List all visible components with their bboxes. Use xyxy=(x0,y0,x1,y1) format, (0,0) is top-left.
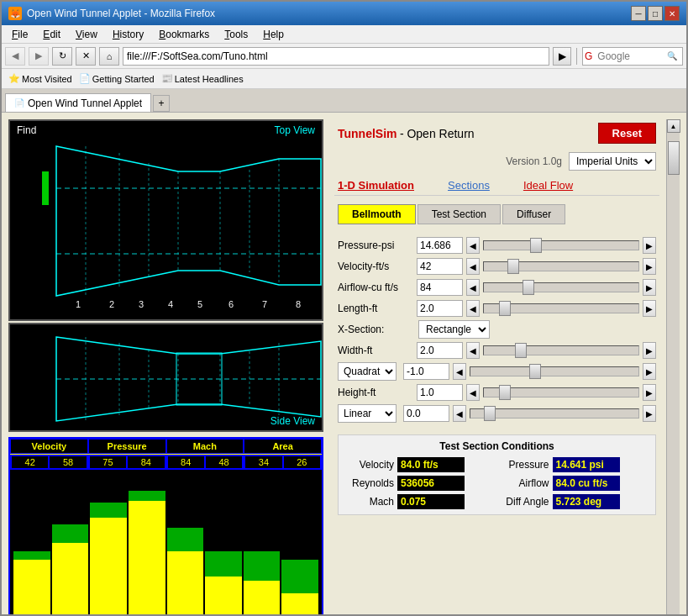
velocity-slider-left[interactable]: ◀ xyxy=(466,258,480,275)
forward-button[interactable]: ▶ xyxy=(29,47,49,66)
param-row-velocity: Velocity-ft/s 42 ◀ ▶ xyxy=(338,257,656,276)
home-button[interactable]: ⌂ xyxy=(99,47,119,66)
velocity-slider-right[interactable]: ▶ xyxy=(643,258,656,275)
most-visited-bookmark[interactable]: ⭐ Most Visited xyxy=(8,73,72,84)
section-tabs: Bellmouth Test Section Diffuser xyxy=(334,201,659,228)
latest-headlines-bookmark[interactable]: 📰 Latest Headlines xyxy=(161,73,244,84)
sim-tab-sections[interactable]: Sections xyxy=(448,179,490,192)
quad-slider-left[interactable]: ◀ xyxy=(453,363,466,380)
velocity-slider-track[interactable] xyxy=(483,261,639,271)
menu-bookmarks[interactable]: Bookmarks xyxy=(152,27,216,42)
section-tab-test[interactable]: Test Section xyxy=(418,204,501,224)
section-tab-bellmouth[interactable]: Bellmouth xyxy=(338,204,416,224)
quad-slider-right[interactable]: ▶ xyxy=(643,363,656,380)
area-val-2: 26 xyxy=(283,455,321,469)
length-slider-right[interactable]: ▶ xyxy=(643,300,656,317)
pressure-slider-track[interactable] xyxy=(483,240,639,250)
airflow-slider-thumb[interactable] xyxy=(523,280,534,295)
bar-2 xyxy=(52,484,89,614)
scroll-thumb[interactable] xyxy=(668,141,680,175)
width-slider-left[interactable]: ◀ xyxy=(466,342,480,359)
quad-slider-thumb[interactable] xyxy=(529,364,541,379)
airflow-slider-track[interactable] xyxy=(483,282,639,292)
length-slider-thumb[interactable] xyxy=(499,301,511,316)
velocity-label: Velocity-ft/s xyxy=(338,261,413,272)
bar-2-green xyxy=(52,524,89,543)
param-row-airflow: Airflow-cu ft/s 84 ◀ ▶ xyxy=(338,278,656,297)
bar-6-yellow xyxy=(205,577,242,614)
diff-angle-condition-row: Diff Angle 5.723 deg xyxy=(499,494,651,509)
pressure-slider-left[interactable]: ◀ xyxy=(466,237,480,254)
tunnel-top-svg: 1 2 3 4 5 6 7 8 xyxy=(10,121,325,321)
height-slider-thumb[interactable] xyxy=(499,385,511,400)
diff-angle-condition-label: Diff Angle xyxy=(499,496,549,508)
linear-slider-right[interactable]: ▶ xyxy=(643,405,656,422)
section-tab-diffuser[interactable]: Diffuser xyxy=(502,204,565,224)
xsection-select[interactable]: Rectangle Circular xyxy=(418,320,490,339)
menu-history[interactable]: History xyxy=(106,27,150,42)
length-slider-track[interactable] xyxy=(483,303,639,313)
height-slider-track[interactable] xyxy=(483,387,639,398)
height-slider-left[interactable]: ◀ xyxy=(466,384,480,401)
search-input[interactable] xyxy=(594,50,665,62)
minimize-button[interactable]: ─ xyxy=(631,6,646,21)
bar-8-yellow xyxy=(281,593,318,614)
menu-view[interactable]: View xyxy=(69,27,104,42)
airflow-condition-label: Airflow xyxy=(499,477,549,489)
getting-started-bookmark[interactable]: 📄 Getting Started xyxy=(79,73,155,84)
conditions-right: Pressure 14.641 psi Airflow 84.0 cu ft/s… xyxy=(499,457,651,509)
quad-slider-track[interactable] xyxy=(470,366,639,376)
height-slider-right[interactable]: ▶ xyxy=(643,384,656,401)
mach-condition-row: Mach 0.075 xyxy=(344,494,496,509)
length-slider-left[interactable]: ◀ xyxy=(466,300,480,317)
velocity-slider-thumb[interactable] xyxy=(507,259,519,274)
chart-header-pressure: Pressure xyxy=(88,439,166,454)
num-5: 5 xyxy=(197,299,202,309)
airflow-slider-right[interactable]: ▶ xyxy=(643,279,656,296)
scroll-up-button[interactable]: ▲ xyxy=(667,119,680,133)
quadratic-select[interactable]: Quadratic xyxy=(338,362,397,381)
vertical-scrollbar: ▲ ▼ xyxy=(666,119,680,614)
browser-tab-active[interactable]: 📄 Open Wind Tunnel Applet xyxy=(5,93,151,112)
search-go-icon[interactable]: 🔍 xyxy=(665,51,679,61)
stop-button[interactable]: ✕ xyxy=(76,47,96,66)
address-input[interactable] xyxy=(127,50,545,62)
maximize-button[interactable]: □ xyxy=(648,6,663,21)
menu-help[interactable]: Help xyxy=(256,27,291,42)
menu-edit[interactable]: Edit xyxy=(36,27,67,42)
refresh-button[interactable]: ↻ xyxy=(52,47,72,66)
vel-val-1: 42 xyxy=(11,455,49,469)
height-label: Height-ft xyxy=(338,387,413,398)
reset-button[interactable]: Reset xyxy=(598,123,656,144)
linear-slider-left[interactable]: ◀ xyxy=(453,405,466,422)
airflow-value: 84 xyxy=(417,279,463,296)
charts-values: 42 58 75 84 84 48 xyxy=(10,455,322,470)
go-button[interactable]: ▶ xyxy=(553,47,571,66)
scroll-track[interactable] xyxy=(667,133,680,614)
menu-tools[interactable]: Tools xyxy=(218,27,255,42)
airflow-slider-left[interactable]: ◀ xyxy=(466,279,480,296)
bar-3-yellow xyxy=(90,518,127,614)
linear-slider-track[interactable] xyxy=(470,408,639,419)
pressure-condition-row: Pressure 14.641 psi xyxy=(499,457,651,472)
width-slider-right[interactable]: ▶ xyxy=(643,342,656,359)
area-val-1: 34 xyxy=(244,455,282,469)
linear-select[interactable]: Linear xyxy=(338,404,397,423)
new-tab-button[interactable]: + xyxy=(153,95,170,112)
units-select[interactable]: Imperial Units Metric Units xyxy=(569,152,656,171)
width-slider-track[interactable] xyxy=(483,345,639,355)
param-row-length: Length-ft 2.0 ◀ ▶ xyxy=(338,299,656,318)
width-slider-thumb[interactable] xyxy=(515,343,527,358)
velocity-condition-label: Velocity xyxy=(344,459,394,471)
linear-slider-thumb[interactable] xyxy=(484,406,496,421)
reynolds-condition-row: Reynolds 536056 xyxy=(344,476,496,491)
sim-tab-ideal[interactable]: Ideal Flow xyxy=(523,179,573,192)
back-button[interactable]: ◀ xyxy=(5,47,25,66)
pressure-slider-thumb[interactable] xyxy=(530,238,542,253)
menu-file[interactable]: File xyxy=(5,27,34,42)
bar-7-green xyxy=(244,551,281,581)
close-button[interactable]: ✕ xyxy=(664,6,680,21)
pressure-slider-right[interactable]: ▶ xyxy=(643,237,656,254)
page-body: Find Top View xyxy=(2,113,686,614)
sim-tab-1d[interactable]: 1-D Simulation xyxy=(338,179,414,192)
